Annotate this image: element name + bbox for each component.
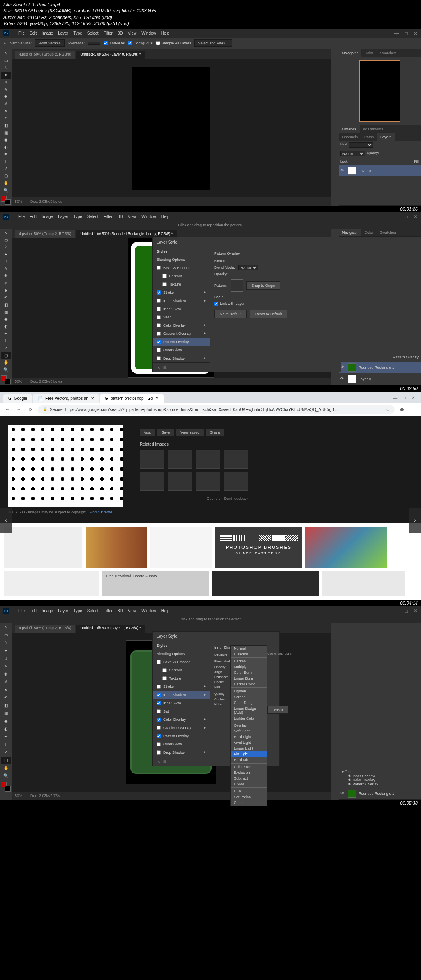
zoom-level[interactable]: 50%: [15, 200, 22, 204]
styles-header[interactable]: Styles: [153, 247, 210, 255]
share-button[interactable]: Share: [206, 429, 224, 436]
libraries-tab[interactable]: Libraries: [339, 125, 360, 133]
styles-header[interactable]: Styles: [153, 641, 210, 650]
channels-tab[interactable]: Channels: [339, 133, 361, 141]
blend-mode-option[interactable]: Saturation: [231, 794, 267, 800]
color-swatches[interactable]: [1, 782, 11, 792]
forward-button[interactable]: →: [15, 405, 23, 413]
layer-thumb[interactable]: [348, 375, 356, 383]
drop-shadow[interactable]: Drop Shadow+: [153, 354, 210, 362]
blend-mode-option[interactable]: Divide: [231, 781, 267, 787]
menu-filter[interactable]: Filter: [104, 214, 113, 219]
blend-mode-option[interactable]: Lighten: [231, 688, 267, 694]
maximize-icon[interactable]: □: [405, 30, 408, 36]
menu-help[interactable]: Help: [161, 608, 170, 613]
related-thumb[interactable]: [168, 450, 192, 469]
inner-glow[interactable]: Inner Glow: [153, 305, 210, 313]
blend-mode-option[interactable]: Darker Color: [231, 681, 267, 687]
close-icon[interactable]: ✕: [412, 395, 415, 401]
wand-tool[interactable]: ✦: [1, 251, 11, 258]
doc-tab-1[interactable]: 4.psd @ 50% (Group 2, RGB/8): [15, 51, 75, 59]
layer-thumb[interactable]: [348, 363, 356, 372]
effect-pattern-overlay[interactable]: 👁 Pattern Overlay: [342, 782, 418, 786]
pattern-overlay[interactable]: Pattern Overlay: [153, 732, 210, 740]
crop-tool[interactable]: ⌗: [1, 655, 11, 662]
crop-tool[interactable]: ⌗: [1, 258, 11, 265]
hand-tool[interactable]: ✋: [1, 764, 11, 772]
blend-mode-option[interactable]: Overlay: [231, 722, 267, 728]
layer-thumb[interactable]: [348, 790, 356, 798]
history-brush-tool[interactable]: ↶: [1, 115, 11, 122]
menu-select[interactable]: Select: [87, 214, 99, 219]
healing-tool[interactable]: ✚: [1, 273, 11, 280]
menu-help[interactable]: Help: [161, 31, 170, 35]
blending-options[interactable]: Blending Options: [153, 255, 210, 264]
minimize-icon[interactable]: —: [394, 30, 399, 36]
pen-tool[interactable]: ✒: [1, 330, 11, 337]
related-thumb[interactable]: [196, 450, 220, 469]
blending-options[interactable]: Blending Options: [153, 650, 210, 658]
move-tool[interactable]: ↖: [1, 230, 11, 237]
gallery-item-free-download[interactable]: Free Download, Create & Install: [102, 571, 209, 596]
canvas[interactable]: [12, 59, 331, 197]
blur-tool[interactable]: ◉: [1, 316, 11, 323]
menu-type[interactable]: Type: [73, 214, 82, 219]
path-tool[interactable]: ↗: [1, 165, 11, 172]
zoom-level[interactable]: 50%: [15, 794, 22, 798]
menu-3d[interactable]: 3D: [118, 608, 123, 613]
stroke[interactable]: Stroke+: [153, 288, 210, 297]
menu-help[interactable]: Help: [161, 214, 170, 219]
tolerance-input[interactable]: [88, 42, 100, 45]
doc-tab-2[interactable]: Untitled-1 @ 50% (Layer 1, RGB/8) *: [76, 625, 145, 633]
gallery-item[interactable]: [212, 571, 319, 596]
layer-name[interactable]: Layer 0: [359, 377, 371, 381]
satin[interactable]: Satin: [153, 707, 210, 715]
blend-mode-option[interactable]: Linear Light: [231, 745, 267, 751]
blend-mode-option[interactable]: Luminosity: [231, 806, 267, 806]
blend-mode-option[interactable]: Color Burn: [231, 670, 267, 676]
make-default-button[interactable]: Default: [267, 705, 288, 713]
close-icon[interactable]: ✕: [414, 30, 418, 36]
blend-mode-option[interactable]: Subtract: [231, 776, 267, 781]
reset-default-button[interactable]: Reset to Default: [250, 310, 287, 318]
lasso-tool[interactable]: ⌇: [1, 65, 11, 72]
gallery-item-brushes[interactable]: PHOTOSHOP BRUSHES SHAPE PATTERNS: [215, 527, 302, 568]
pattern-overlay[interactable]: Pattern Overlay: [153, 338, 210, 346]
drop-shadow[interactable]: Drop Shadow+: [153, 748, 210, 757]
menu-window[interactable]: Window: [141, 608, 156, 613]
path-tool[interactable]: ↗: [1, 749, 11, 756]
move-tool[interactable]: ↖: [1, 624, 11, 631]
gradient-tool[interactable]: ▦: [1, 710, 11, 717]
minimize-icon[interactable]: —: [393, 395, 397, 401]
effect-color-overlay[interactable]: 👁 Color Overlay: [342, 778, 418, 782]
eraser-tool[interactable]: ◧: [1, 302, 11, 309]
url-bar[interactable]: 🔒 Secure https://www.google.com/search?q…: [38, 405, 395, 414]
gallery-item[interactable]: [4, 571, 99, 596]
healing-tool[interactable]: ✚: [1, 93, 11, 100]
blend-mode-option[interactable]: Difference: [231, 764, 267, 770]
prev-image-button[interactable]: ‹: [0, 508, 12, 533]
find-more-link[interactable]: Find out more: [89, 510, 112, 514]
layer-name[interactable]: Rounded Rectangle 1: [359, 792, 394, 796]
bevel-emboss[interactable]: Bevel & Emboss: [153, 264, 210, 272]
menu-file[interactable]: File: [18, 214, 25, 219]
navigator-tab[interactable]: Navigator: [339, 49, 361, 57]
blend-mode-option[interactable]: Hard Mix: [231, 757, 267, 763]
sample-size-dropdown[interactable]: Point Sample: [35, 39, 65, 47]
maximize-icon[interactable]: □: [405, 608, 408, 614]
blend-mode-option[interactable]: Soft Light: [231, 728, 267, 734]
effect-inner-shadow[interactable]: 👁 Inner Shadow: [342, 774, 418, 778]
blur-tool[interactable]: ◉: [1, 137, 11, 144]
main-image[interactable]: [8, 425, 123, 507]
texture[interactable]: Texture: [153, 674, 210, 683]
stamp-tool[interactable]: ♣: [1, 686, 11, 694]
antialias-checkbox[interactable]: Anti-alias: [104, 41, 125, 45]
blend-mode-option[interactable]: Dissolve: [231, 651, 267, 657]
texture[interactable]: Texture: [153, 280, 210, 288]
fx-icon[interactable]: fx: [157, 365, 160, 369]
visibility-icon[interactable]: 👁: [340, 168, 345, 173]
select-mask-button[interactable]: Select and Mask...: [194, 39, 232, 47]
shape-tool[interactable]: ▢: [1, 352, 11, 359]
gallery-item[interactable]: [4, 527, 82, 568]
blend-mode-option[interactable]: Linear Burn: [231, 676, 267, 681]
